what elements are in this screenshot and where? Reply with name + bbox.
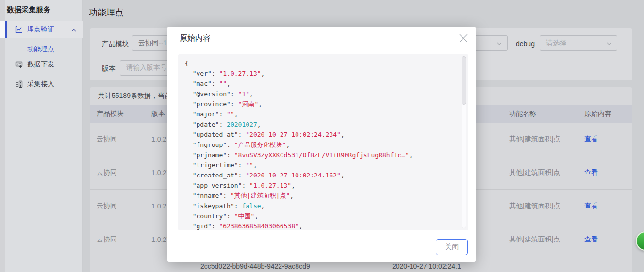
- modal-title: 原始内容: [180, 33, 211, 44]
- table-cell: 其他|建筑面积|点: [502, 190, 578, 223]
- result-count-text: 共计55189条数据，当前: [98, 92, 171, 100]
- app-root: 数据采集服务 埋点验证 功能埋点 数据下发 采集接入: [0, 0, 644, 272]
- table-cell: 云协同: [90, 190, 145, 223]
- debug-filter-label: debug: [516, 40, 535, 48]
- close-icon[interactable]: [458, 32, 469, 44]
- table-cell: 云协同: [90, 156, 145, 189]
- table-cell: 查看: [578, 123, 631, 156]
- chevron-down-icon: [496, 40, 502, 48]
- table-cell: [502, 256, 578, 272]
- view-raw-content-link[interactable]: 查看: [584, 135, 598, 144]
- raw-json-viewer: { "ver": "1.0.27.13", "mac": "", "@versi…: [178, 54, 468, 230]
- view-raw-content-link[interactable]: 查看: [584, 202, 598, 210]
- raw-content-modal: 原始内容 { "ver": "1.0.27.13", "mac": "", "@…: [167, 27, 476, 262]
- floating-chat-badge[interactable]: 6: [636, 231, 644, 251]
- version-filter-label: 版本: [102, 64, 116, 73]
- debug-select[interactable]: 请选择: [540, 35, 617, 51]
- page-title: 功能埋点: [89, 7, 124, 18]
- sidebar-item-label: 采集接入: [27, 80, 54, 89]
- table-cell: 查看: [578, 190, 631, 223]
- table-cell: 其他|建筑面积|点: [502, 123, 578, 156]
- sidebar-item-data-send[interactable]: 数据下发: [0, 56, 83, 73]
- sidebar: 数据采集服务 埋点验证 功能埋点 数据下发 采集接入: [0, 0, 83, 272]
- table-cell: [90, 256, 145, 272]
- collect-access-icon: [15, 80, 23, 89]
- active-rail: [0, 21, 5, 38]
- column-header-module: 产品模块: [90, 105, 145, 123]
- view-raw-content-link[interactable]: 查看: [584, 235, 598, 244]
- sidebar-item-function-burying[interactable]: 功能埋点: [0, 41, 83, 58]
- active-indicator: [5, 21, 7, 38]
- table-cell: 云协同: [90, 223, 145, 256]
- sidebar-item-label: 埋点验证: [27, 25, 54, 34]
- view-raw-content-link[interactable]: 查看: [584, 168, 598, 177]
- sidebar-item-burying-point-verify[interactable]: 埋点验证: [0, 21, 83, 38]
- chevron-down-icon: [606, 40, 612, 48]
- table-cell: 云协同: [90, 123, 145, 156]
- chevron-up-icon[interactable]: [71, 27, 77, 34]
- column-header-raw-content: 原始内容: [578, 105, 631, 123]
- column-header-fn-name: 功能名称: [502, 105, 578, 123]
- app-title: 数据采集服务: [7, 5, 50, 15]
- version-input-placeholder: 请输入版本号: [126, 64, 167, 72]
- table-cell: 其他|建筑面积|点: [502, 156, 578, 189]
- table-cell: [578, 256, 631, 272]
- module-filter-label: 产品模块: [102, 40, 129, 48]
- close-button[interactable]: 关闭: [436, 239, 468, 255]
- sidebar-item-label: 数据下发: [27, 60, 54, 69]
- json-code: { "ver": "1.0.27.13", "mac": "", "@versi…: [178, 54, 468, 230]
- table-cell: 查看: [578, 223, 631, 256]
- sidebar-item-label: 功能埋点: [27, 45, 54, 54]
- debug-select-placeholder: 请选择: [546, 39, 566, 48]
- table-cell: 查看: [578, 156, 631, 189]
- send-data-icon: [15, 60, 23, 69]
- chart-icon: [15, 25, 23, 34]
- sidebar-item-collect-access[interactable]: 采集接入: [0, 76, 83, 93]
- scrollbar-thumb[interactable]: [462, 56, 466, 105]
- table-cell: 其他|建筑面积|点: [502, 223, 578, 256]
